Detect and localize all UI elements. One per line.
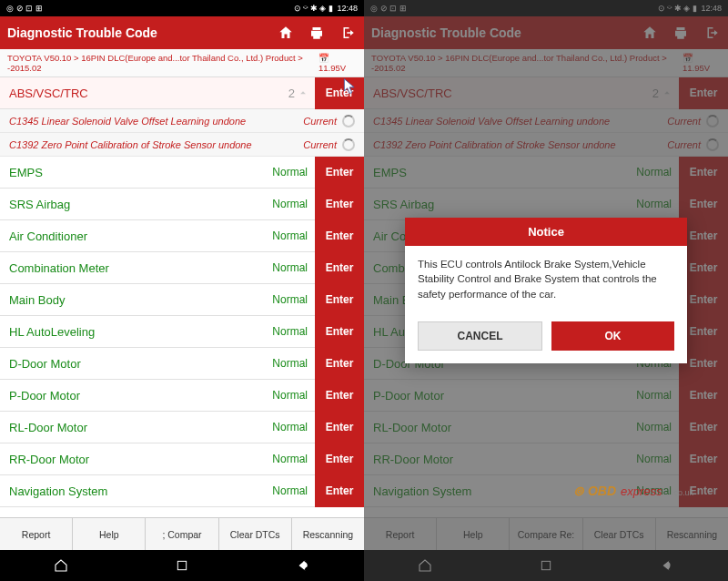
- enter-button[interactable]: Enter: [315, 412, 364, 443]
- svg-text:.co.uk: .co.uk: [672, 488, 694, 497]
- status-text: Normal: [272, 261, 308, 274]
- help-button[interactable]: Help: [73, 518, 146, 550]
- home-nav-icon[interactable]: [52, 556, 70, 575]
- system-row[interactable]: RL-Door Motor Normal Enter: [0, 412, 364, 443]
- dtc-item[interactable]: C1392 Zero Point Calibration of Stroke S…: [0, 133, 364, 157]
- exit-icon[interactable]: [339, 24, 357, 42]
- system-label: Combination Meter: [9, 261, 272, 275]
- enter-button[interactable]: Enter: [315, 443, 364, 475]
- system-row-abs[interactable]: ABS/VSC/TRC 2 Enter: [0, 77, 364, 109]
- enter-button[interactable]: Enter: [315, 316, 364, 348]
- system-row[interactable]: Main Body Normal Enter: [0, 284, 364, 316]
- system-label: Air Conditioner: [9, 229, 272, 243]
- status-text: Normal: [272, 293, 308, 306]
- enter-button[interactable]: Enter: [315, 380, 364, 412]
- system-label: SRS Airbag: [9, 198, 272, 211]
- system-row[interactable]: D-Door Motor Normal Enter: [0, 348, 364, 380]
- system-row[interactable]: Navigation System Normal Enter: [0, 475, 364, 507]
- system-row[interactable]: Combination Meter Normal Enter: [0, 252, 364, 284]
- svg-text:⊚ OBD: ⊚ OBD: [573, 484, 616, 498]
- status-text: Normal: [272, 229, 308, 242]
- system-label: Main Body: [9, 293, 272, 307]
- system-row[interactable]: EMPS Normal Enter: [0, 157, 364, 189]
- recent-nav-icon[interactable]: [173, 556, 191, 575]
- status-text: Normal: [272, 453, 308, 465]
- clear-dtcs-button[interactable]: Clear DTCs: [219, 518, 292, 550]
- system-row[interactable]: Air Conditioner Normal Enter: [0, 220, 364, 252]
- svg-rect-0: [177, 561, 186, 569]
- enter-button[interactable]: Enter: [315, 189, 364, 220]
- status-text: Normal: [272, 357, 308, 370]
- system-label: HL AutoLeveling: [9, 325, 272, 339]
- left-panel: ◎ ⊘ ⊡ ⊞ ⊙ ⌔ ✱ ◈ ▮ 12:48 Diagnostic Troub…: [0, 0, 364, 581]
- system-label: D-Door Motor: [9, 357, 272, 371]
- chevron-up-icon: [297, 87, 309, 99]
- app-header: Diagnostic Trouble Code: [0, 16, 364, 49]
- system-label: RL-Door Motor: [9, 421, 272, 434]
- dialog-body: This ECU controls Antilock Brake System,…: [405, 246, 687, 311]
- system-label: EMPS: [9, 166, 272, 179]
- right-panel: ◎ ⊘ ⊡ ⊞ ⊙ ⌔ ✱ ◈ ▮ 12:48 Diagnostic Troub…: [364, 0, 728, 581]
- system-row[interactable]: P-Door Motor Normal Enter: [0, 380, 364, 412]
- enter-button[interactable]: Enter: [315, 252, 364, 284]
- system-label: RR-Door Motor: [9, 453, 272, 466]
- notice-dialog: Notice This ECU controls Antilock Brake …: [405, 218, 687, 362]
- report-button[interactable]: Report: [0, 518, 73, 550]
- status-text: Normal: [272, 166, 308, 178]
- mouse-cursor: [342, 77, 359, 99]
- back-nav-icon[interactable]: [294, 556, 312, 575]
- status-text: Normal: [272, 198, 308, 210]
- enter-button[interactable]: Enter: [315, 157, 364, 189]
- android-nav-bar: [0, 550, 364, 581]
- dialog-title: Notice: [405, 218, 687, 246]
- rescanning-button[interactable]: Rescanning: [292, 518, 364, 550]
- enter-button[interactable]: Enter: [315, 348, 364, 380]
- bottom-toolbar: Report Help ; Compar Clear DTCs Rescanni…: [0, 517, 364, 550]
- system-row[interactable]: SRS Airbag Normal Enter: [0, 189, 364, 220]
- system-row[interactable]: HL AutoLeveling Normal Enter: [0, 316, 364, 348]
- print-icon[interactable]: [308, 24, 326, 42]
- breadcrumb: TOYOTA V50.10 > 16PIN DLC(Europe and...t…: [0, 49, 364, 77]
- page-title: Diagnostic Trouble Code: [7, 25, 277, 40]
- enter-button[interactable]: Enter: [315, 220, 364, 252]
- status-text: Normal: [272, 421, 308, 433]
- system-label: Navigation System: [9, 484, 272, 498]
- enter-button[interactable]: Enter: [315, 475, 364, 507]
- loading-icon: [342, 115, 355, 127]
- android-status-bar: ◎ ⊘ ⊡ ⊞ ⊙ ⌔ ✱ ◈ ▮ 12:48: [0, 0, 364, 16]
- watermark: ⊚ OBDexpress.co.uk: [573, 477, 701, 508]
- compare-button[interactable]: ; Compar: [146, 518, 218, 550]
- status-text: Normal: [272, 389, 308, 402]
- system-row[interactable]: RR-Door Motor Normal Enter: [0, 443, 364, 475]
- status-text: Normal: [272, 325, 308, 338]
- status-text: Normal: [272, 484, 308, 497]
- dtc-list: ABS/VSC/TRC 2 Enter C1345 Linear Solenoi…: [0, 77, 364, 517]
- svg-text:express: express: [621, 484, 662, 498]
- dtc-item[interactable]: C1345 Linear Solenoid Valve Offset Learn…: [0, 109, 364, 133]
- home-icon[interactable]: [277, 24, 295, 42]
- system-label: P-Door Motor: [9, 389, 272, 403]
- ok-button[interactable]: OK: [551, 321, 674, 351]
- loading-icon: [342, 138, 355, 151]
- cancel-button[interactable]: CANCEL: [418, 321, 542, 351]
- enter-button[interactable]: Enter: [315, 284, 364, 316]
